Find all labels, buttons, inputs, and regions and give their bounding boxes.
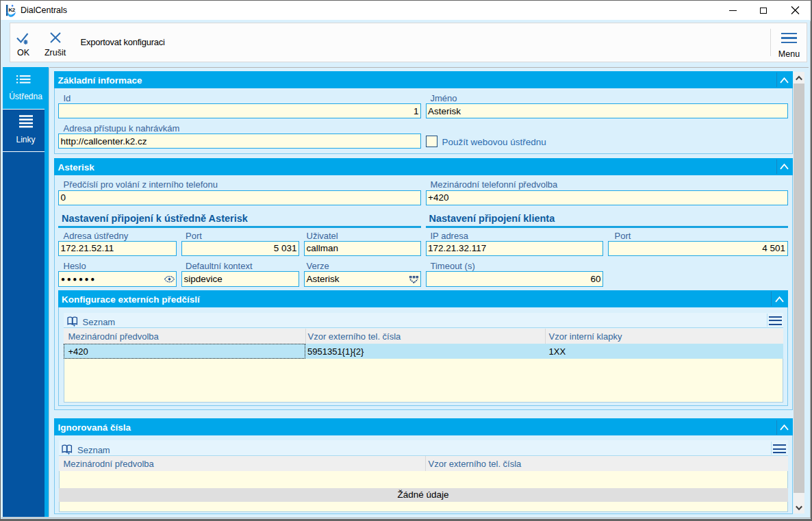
svg-text:K2: K2 bbox=[8, 7, 15, 13]
